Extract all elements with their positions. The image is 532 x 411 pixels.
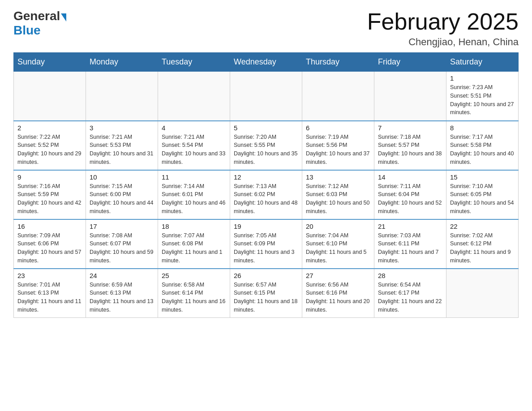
page-header: General Blue February 2025 Chengjiao, He… bbox=[13, 9, 519, 48]
logo-arrow-icon bbox=[61, 13, 66, 21]
day-info: Sunrise: 7:15 AMSunset: 6:00 PMDaylight:… bbox=[90, 182, 154, 216]
day-number: 3 bbox=[90, 124, 154, 132]
day-number: 28 bbox=[378, 272, 442, 279]
logo-blue-text: Blue bbox=[13, 23, 41, 38]
day-info: Sunrise: 6:59 AMSunset: 6:13 PMDaylight:… bbox=[90, 281, 154, 314]
table-row bbox=[230, 72, 302, 121]
table-row: 5Sunrise: 7:20 AMSunset: 5:55 PMDaylight… bbox=[230, 121, 302, 170]
table-row: 19Sunrise: 7:05 AMSunset: 6:09 PMDayligh… bbox=[230, 219, 302, 269]
table-row bbox=[86, 72, 158, 121]
calendar-week-row: 2Sunrise: 7:22 AMSunset: 5:52 PMDaylight… bbox=[14, 121, 519, 170]
table-row: 23Sunrise: 7:01 AMSunset: 6:13 PMDayligh… bbox=[14, 269, 86, 318]
col-monday: Monday bbox=[86, 53, 158, 72]
day-number: 8 bbox=[450, 124, 515, 132]
day-info: Sunrise: 7:20 AMSunset: 5:55 PMDaylight:… bbox=[234, 133, 298, 167]
logo-general-text: General bbox=[13, 9, 60, 23]
table-row bbox=[14, 72, 86, 121]
table-row: 20Sunrise: 7:04 AMSunset: 6:10 PMDayligh… bbox=[302, 219, 374, 269]
day-info: Sunrise: 7:21 AMSunset: 5:53 PMDaylight:… bbox=[90, 133, 154, 167]
day-info: Sunrise: 7:12 AMSunset: 6:03 PMDaylight:… bbox=[306, 182, 370, 216]
table-row: 16Sunrise: 7:09 AMSunset: 6:06 PMDayligh… bbox=[14, 219, 86, 269]
table-row: 11Sunrise: 7:14 AMSunset: 6:01 PMDayligh… bbox=[158, 170, 230, 219]
calendar-table: Sunday Monday Tuesday Wednesday Thursday… bbox=[13, 52, 519, 318]
day-info: Sunrise: 7:19 AMSunset: 5:56 PMDaylight:… bbox=[306, 133, 370, 167]
day-number: 4 bbox=[162, 124, 226, 132]
day-number: 9 bbox=[17, 173, 82, 181]
calendar-week-row: 9Sunrise: 7:16 AMSunset: 5:59 PMDaylight… bbox=[14, 170, 519, 219]
day-info: Sunrise: 7:03 AMSunset: 6:11 PMDaylight:… bbox=[378, 231, 442, 265]
day-info: Sunrise: 7:18 AMSunset: 5:57 PMDaylight:… bbox=[378, 133, 442, 167]
day-number: 26 bbox=[234, 272, 298, 279]
day-info: Sunrise: 7:23 AMSunset: 5:51 PMDaylight:… bbox=[450, 83, 515, 117]
table-row: 25Sunrise: 6:58 AMSunset: 6:14 PMDayligh… bbox=[158, 269, 230, 318]
location: Chengjiao, Henan, China bbox=[367, 36, 519, 48]
day-number: 18 bbox=[162, 223, 226, 230]
day-number: 6 bbox=[306, 124, 370, 132]
day-number: 15 bbox=[450, 173, 515, 181]
table-row: 15Sunrise: 7:10 AMSunset: 6:05 PMDayligh… bbox=[446, 170, 519, 219]
day-info: Sunrise: 7:13 AMSunset: 6:02 PMDaylight:… bbox=[234, 182, 298, 216]
table-row: 8Sunrise: 7:17 AMSunset: 5:58 PMDaylight… bbox=[446, 121, 519, 170]
day-info: Sunrise: 7:04 AMSunset: 6:10 PMDaylight:… bbox=[306, 231, 370, 265]
day-info: Sunrise: 7:02 AMSunset: 6:12 PMDaylight:… bbox=[450, 231, 515, 265]
day-number: 14 bbox=[378, 173, 442, 181]
day-number: 24 bbox=[90, 272, 154, 279]
day-info: Sunrise: 7:21 AMSunset: 5:54 PMDaylight:… bbox=[162, 133, 226, 167]
table-row: 1Sunrise: 7:23 AMSunset: 5:51 PMDaylight… bbox=[446, 72, 519, 121]
day-number: 22 bbox=[450, 223, 515, 230]
table-row: 9Sunrise: 7:16 AMSunset: 5:59 PMDaylight… bbox=[14, 170, 86, 219]
table-row: 6Sunrise: 7:19 AMSunset: 5:56 PMDaylight… bbox=[302, 121, 374, 170]
day-info: Sunrise: 7:22 AMSunset: 5:52 PMDaylight:… bbox=[17, 133, 82, 167]
calendar-header-row: Sunday Monday Tuesday Wednesday Thursday… bbox=[14, 53, 519, 72]
day-number: 13 bbox=[306, 173, 370, 181]
day-info: Sunrise: 6:57 AMSunset: 6:15 PMDaylight:… bbox=[234, 281, 298, 314]
day-number: 2 bbox=[17, 124, 82, 132]
day-info: Sunrise: 6:58 AMSunset: 6:14 PMDaylight:… bbox=[162, 281, 226, 314]
day-info: Sunrise: 7:17 AMSunset: 5:58 PMDaylight:… bbox=[450, 133, 515, 167]
month-title: February 2025 bbox=[367, 9, 519, 34]
table-row bbox=[158, 72, 230, 121]
table-row: 17Sunrise: 7:08 AMSunset: 6:07 PMDayligh… bbox=[86, 219, 158, 269]
table-row: 26Sunrise: 6:57 AMSunset: 6:15 PMDayligh… bbox=[230, 269, 302, 318]
table-row: 24Sunrise: 6:59 AMSunset: 6:13 PMDayligh… bbox=[86, 269, 158, 318]
day-number: 17 bbox=[90, 223, 154, 230]
table-row: 21Sunrise: 7:03 AMSunset: 6:11 PMDayligh… bbox=[374, 219, 446, 269]
table-row bbox=[374, 72, 446, 121]
day-number: 19 bbox=[234, 223, 298, 230]
table-row: 2Sunrise: 7:22 AMSunset: 5:52 PMDaylight… bbox=[14, 121, 86, 170]
table-row bbox=[302, 72, 374, 121]
col-friday: Friday bbox=[374, 53, 446, 72]
day-number: 12 bbox=[234, 173, 298, 181]
day-number: 25 bbox=[162, 272, 226, 279]
table-row: 12Sunrise: 7:13 AMSunset: 6:02 PMDayligh… bbox=[230, 170, 302, 219]
calendar-week-row: 16Sunrise: 7:09 AMSunset: 6:06 PMDayligh… bbox=[14, 219, 519, 269]
table-row: 4Sunrise: 7:21 AMSunset: 5:54 PMDaylight… bbox=[158, 121, 230, 170]
day-number: 10 bbox=[90, 173, 154, 181]
day-number: 11 bbox=[162, 173, 226, 181]
day-number: 5 bbox=[234, 124, 298, 132]
table-row: 7Sunrise: 7:18 AMSunset: 5:57 PMDaylight… bbox=[374, 121, 446, 170]
table-row: 27Sunrise: 6:56 AMSunset: 6:16 PMDayligh… bbox=[302, 269, 374, 318]
calendar-week-row: 23Sunrise: 7:01 AMSunset: 6:13 PMDayligh… bbox=[14, 269, 519, 318]
day-info: Sunrise: 7:10 AMSunset: 6:05 PMDaylight:… bbox=[450, 182, 515, 216]
day-info: Sunrise: 7:08 AMSunset: 6:07 PMDaylight:… bbox=[90, 231, 154, 265]
logo: General Blue bbox=[13, 9, 66, 38]
day-info: Sunrise: 7:11 AMSunset: 6:04 PMDaylight:… bbox=[378, 182, 442, 216]
day-number: 23 bbox=[17, 272, 82, 279]
day-number: 7 bbox=[378, 124, 442, 132]
table-row: 14Sunrise: 7:11 AMSunset: 6:04 PMDayligh… bbox=[374, 170, 446, 219]
table-row: 28Sunrise: 6:54 AMSunset: 6:17 PMDayligh… bbox=[374, 269, 446, 318]
calendar-week-row: 1Sunrise: 7:23 AMSunset: 5:51 PMDaylight… bbox=[14, 72, 519, 121]
day-info: Sunrise: 7:07 AMSunset: 6:08 PMDaylight:… bbox=[162, 231, 226, 265]
col-tuesday: Tuesday bbox=[158, 53, 230, 72]
day-number: 16 bbox=[17, 223, 82, 230]
title-block: February 2025 Chengjiao, Henan, China bbox=[367, 9, 519, 48]
day-info: Sunrise: 7:14 AMSunset: 6:01 PMDaylight:… bbox=[162, 182, 226, 216]
day-number: 27 bbox=[306, 272, 370, 279]
table-row: 13Sunrise: 7:12 AMSunset: 6:03 PMDayligh… bbox=[302, 170, 374, 219]
col-saturday: Saturday bbox=[446, 53, 519, 72]
col-sunday: Sunday bbox=[14, 53, 86, 72]
day-number: 21 bbox=[378, 223, 442, 230]
day-number: 20 bbox=[306, 223, 370, 230]
table-row: 18Sunrise: 7:07 AMSunset: 6:08 PMDayligh… bbox=[158, 219, 230, 269]
